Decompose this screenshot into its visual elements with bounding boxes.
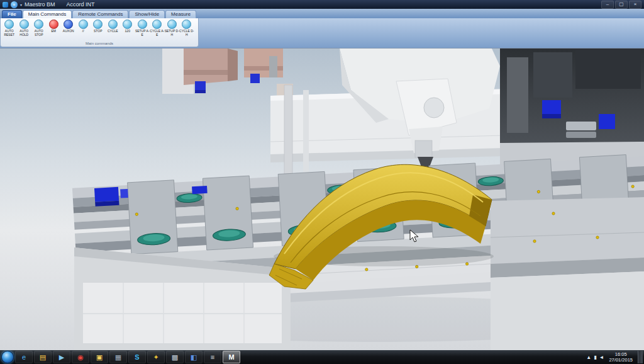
- cycle-button[interactable]: CYCLE: [106, 20, 121, 41]
- em-button[interactable]: EM: [47, 20, 62, 41]
- cycle-dh-icon: [182, 20, 191, 29]
- app-icon: [3, 2, 8, 8]
- window-title-right: Accord INT: [67, 1, 95, 8]
- cycle-icon: [108, 20, 118, 29]
- window-title-left: Maestro BM: [25, 1, 55, 8]
- quick-access-button[interactable]: «: [11, 1, 18, 8]
- application-window: « ▾ Maestro BM Accord INT – ▢ × File Mai…: [0, 0, 644, 364]
- 3d-viewport[interactable]: [0, 48, 644, 350]
- auto-stop-icon: [34, 20, 43, 29]
- auto-hold-button[interactable]: AUTO HOLD: [17, 20, 32, 41]
- hidden-icons-arrow-icon[interactable]: ▲: [586, 355, 591, 360]
- title-bar: « ▾ Maestro BM Accord INT – ▢ ×: [0, 0, 644, 9]
- emergency-icon: [49, 20, 58, 29]
- ribbon-tab-bar: File Main Commands Remote Commands Show/…: [0, 9, 644, 18]
- feed-hold-icon: [79, 20, 88, 29]
- auto-reset-icon: [4, 20, 14, 29]
- right-platform: [491, 197, 644, 350]
- start-button[interactable]: [1, 351, 14, 363]
- taskbar-chrome-icon[interactable]: ◉: [72, 351, 89, 363]
- machine-3d-scene: [0, 48, 644, 350]
- ribbon-band: AUTO RESET AUTO HOLD AUTO STOP EM AUXON …: [0, 18, 644, 48]
- clock-date: 27/01/2015: [609, 357, 633, 363]
- speed-120-button[interactable]: 120: [120, 20, 135, 41]
- taskbar-internet-explorer-icon[interactable]: e: [15, 351, 33, 363]
- cycle-dh-button[interactable]: CYCLE D-H: [179, 20, 194, 41]
- auto-hold-icon: [19, 20, 29, 29]
- taskbar-skype-icon[interactable]: S: [128, 351, 146, 363]
- taskbar-media-player-icon[interactable]: ▶: [53, 351, 70, 363]
- clock-time: 16:05: [609, 351, 633, 357]
- system-tray: ▲ ▮ ◄ 16:05 27/01/2015: [586, 351, 643, 363]
- cycle-ae-icon: [152, 20, 162, 29]
- ribbon-button-row: AUTO RESET AUTO HOLD AUTO STOP EM AUXON …: [1, 18, 198, 41]
- cycle-ae-button[interactable]: CYCLE A-E: [150, 20, 165, 41]
- network-icon[interactable]: ▮: [594, 355, 596, 360]
- speed-icon: [123, 20, 132, 29]
- taskbar-app-gray-icon[interactable]: ▩: [166, 351, 184, 363]
- taskbar-maestro-app-icon[interactable]: M: [223, 351, 240, 363]
- auxon-icon: [64, 20, 73, 29]
- tab-main-commands[interactable]: Main Commands: [23, 10, 72, 18]
- maximize-button[interactable]: ▢: [615, 1, 628, 9]
- taskbar-image-viewer-icon[interactable]: ▦: [109, 351, 127, 363]
- stop-button[interactable]: STOP: [91, 20, 106, 41]
- auxon-button[interactable]: AUXON: [61, 20, 76, 41]
- taskbar-windows-explorer-icon[interactable]: ▤: [34, 351, 52, 363]
- tab-measure[interactable]: Measure: [165, 10, 196, 18]
- taskbar: e ▤ ▶ ◉ ▣ ▦ S ✦ ▩ ◧ ≡ M ▲ ▮ ◄ 16:05 27/0…: [0, 350, 644, 364]
- volume-icon[interactable]: ◄: [599, 355, 604, 360]
- tab-remote-commands[interactable]: Remote Commands: [72, 10, 128, 18]
- left-tool-heads: [162, 48, 293, 96]
- show-desktop-button[interactable]: [638, 351, 643, 363]
- taskbar-notepad-icon[interactable]: ≡: [204, 351, 221, 363]
- stop-icon: [93, 20, 103, 29]
- tab-file[interactable]: File: [2, 10, 22, 18]
- minimize-button[interactable]: –: [601, 1, 614, 9]
- ribbon-group-label: Main commands: [1, 41, 198, 47]
- auto-reset-button[interactable]: AUTO RESET: [2, 20, 17, 41]
- tab-show-hide[interactable]: Show/Hide: [129, 10, 165, 18]
- setup-ae-icon: [138, 20, 147, 29]
- taskbar-cad-tool-icon[interactable]: ✦: [147, 351, 165, 363]
- taskbar-folder-icon[interactable]: ▣: [91, 351, 108, 363]
- feed-hold-button[interactable]: //: [76, 20, 91, 41]
- setup-dh-icon: [167, 20, 177, 29]
- taskbar-app-blue-icon[interactable]: ◧: [185, 351, 203, 363]
- quick-access-dropdown-icon[interactable]: ▾: [20, 3, 22, 7]
- close-button[interactable]: ×: [629, 1, 641, 9]
- taskbar-clock[interactable]: 16:05 27/01/2015: [606, 351, 635, 363]
- setup-dh-button[interactable]: SETUP D-H: [165, 20, 180, 41]
- setup-ae-button[interactable]: SETUP A-E: [135, 20, 150, 41]
- ribbon-main-commands-panel: AUTO RESET AUTO HOLD AUTO STOP EM AUXON …: [0, 18, 199, 47]
- auto-stop-button[interactable]: AUTO STOP: [31, 20, 47, 41]
- window-controls: – ▢ ×: [601, 1, 641, 9]
